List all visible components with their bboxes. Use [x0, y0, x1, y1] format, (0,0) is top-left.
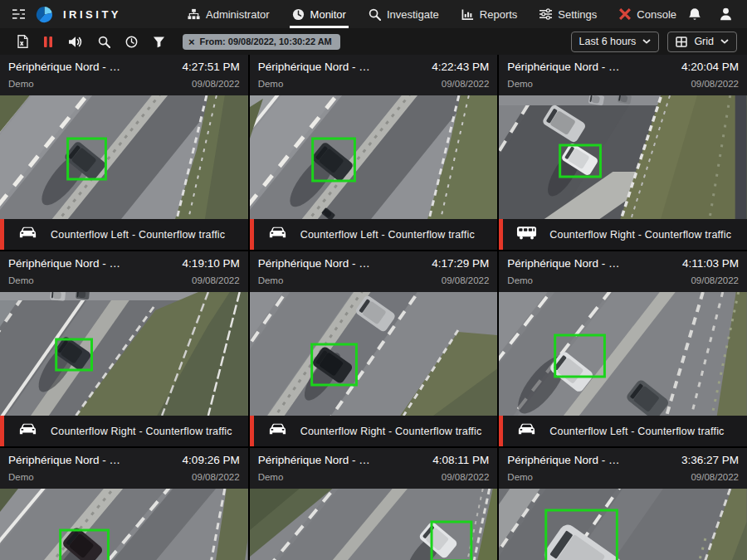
nav-item-settings[interactable]: Settings — [540, 0, 597, 28]
tile-header: Périphérique Nord - …4:09:26 PMDemo09/08… — [0, 448, 248, 489]
event-thumbnail[interactable] — [499, 292, 747, 416]
event-time: 4:09:26 PM — [183, 454, 240, 466]
tile-header: Périphérique Nord - …4:11:03 PMDemo09/08… — [499, 251, 747, 292]
nav-item-label: Console — [637, 8, 676, 21]
camera-title: Périphérique Nord - … — [258, 454, 370, 466]
filter-button[interactable] — [145, 36, 173, 48]
nav-item-label: Investigate — [387, 8, 439, 21]
console-x-icon — [619, 8, 631, 20]
clock-filled-icon — [292, 8, 305, 21]
event-label: Counterflow Right - Counterflow traffic — [549, 229, 731, 241]
event-date: 09/08/2022 — [691, 275, 739, 285]
event-thumbnail[interactable] — [499, 489, 747, 560]
event-thumbnail[interactable] — [0, 95, 248, 219]
event-tile[interactable]: Périphérique Nord - …3:36:27 PMDemo09/08… — [499, 448, 747, 560]
event-tile[interactable]: Périphérique Nord - …4:11:03 PMDemo09/08… — [499, 251, 747, 446]
time-range-select[interactable]: Last 6 hours — [571, 32, 660, 52]
nav-item-console[interactable]: Console — [619, 0, 676, 28]
event-tile[interactable]: Périphérique Nord - …4:08:11 PMDemo09/08… — [250, 448, 498, 560]
nav-item-monitor[interactable]: Monitor — [292, 0, 346, 28]
camera-group: Demo — [507, 472, 533, 482]
event-footer: Counterflow Right - Counterflow traffic — [250, 416, 498, 446]
event-footer: Counterflow Left - Counterflow traffic — [250, 219, 498, 250]
user-icon[interactable] — [720, 7, 732, 21]
bus-icon — [516, 226, 537, 240]
camera-title: Périphérique Nord - … — [8, 61, 120, 73]
search-icon — [98, 36, 110, 48]
event-footer: Counterflow Right - Counterflow traffic — [0, 416, 248, 446]
event-label: Counterflow Left - Counterflow traffic — [300, 229, 475, 241]
event-label: Counterflow Right - Counterflow traffic — [300, 426, 482, 437]
clock-icon — [125, 36, 138, 48]
sitemap-icon — [188, 8, 200, 20]
event-thumbnail[interactable] — [0, 292, 248, 416]
brand: IRISITY — [12, 6, 188, 23]
pause-button[interactable] — [36, 36, 61, 48]
tile-header: Périphérique Nord - …4:19:10 PMDemo09/08… — [0, 251, 248, 292]
event-tile[interactable]: Périphérique Nord - …4:09:26 PMDemo09/08… — [0, 448, 248, 560]
chevron-down-icon — [642, 39, 651, 44]
nav-item-label: Monitor — [310, 8, 346, 21]
event-date: 09/08/2022 — [192, 79, 240, 89]
event-footer: Counterflow Left - Counterflow traffic — [0, 219, 248, 250]
camera-title: Périphérique Nord - … — [507, 257, 619, 270]
grid-icon — [676, 37, 687, 47]
camera-title: Périphérique Nord - … — [507, 454, 619, 466]
event-tile[interactable]: Périphérique Nord - …4:19:10 PMDemo09/08… — [0, 251, 248, 446]
event-thumbnail[interactable] — [0, 489, 248, 560]
camera-group: Demo — [507, 275, 533, 285]
nav-item-reports[interactable]: Reports — [461, 0, 518, 28]
event-date: 09/08/2022 — [691, 79, 739, 89]
camera-title: Périphérique Nord - … — [258, 257, 370, 270]
event-time: 4:20:04 PM — [681, 61, 739, 73]
camera-title: Périphérique Nord - … — [258, 61, 370, 73]
event-date: 09/08/2022 — [442, 472, 490, 482]
event-footer: Counterflow Right - Counterflow traffic — [499, 219, 747, 250]
list-tree-icon[interactable] — [12, 8, 26, 20]
event-time: 4:27:51 PM — [183, 61, 240, 73]
camera-title: Périphérique Nord - … — [507, 61, 619, 73]
search-button[interactable] — [90, 36, 118, 48]
search-icon — [369, 8, 381, 21]
event-date: 09/08/2022 — [192, 275, 240, 285]
clock-button[interactable] — [118, 36, 145, 48]
event-thumbnail[interactable] — [250, 292, 498, 416]
layout-select[interactable]: Grid — [667, 32, 737, 52]
event-thumbnail[interactable] — [250, 95, 498, 219]
filter-icon — [153, 36, 165, 48]
chevron-down-icon — [720, 39, 729, 44]
nav-item-label: Reports — [480, 8, 518, 21]
event-tile[interactable]: Périphérique Nord - …4:20:04 PMDemo09/08… — [499, 55, 747, 250]
event-time: 4:17:29 PM — [432, 257, 489, 270]
nav-item-investigate[interactable]: Investigate — [369, 0, 439, 28]
event-tile[interactable]: Périphérique Nord - …4:27:51 PMDemo09/08… — [0, 55, 248, 250]
event-tile[interactable]: Périphérique Nord - …4:17:29 PMDemo09/08… — [250, 251, 498, 446]
topbar-actions — [688, 7, 735, 22]
event-thumbnail[interactable] — [499, 95, 747, 219]
tile-header: Périphérique Nord - …4:17:29 PMDemo09/08… — [250, 251, 498, 292]
tile-header: Périphérique Nord - …4:27:51 PMDemo09/08… — [0, 55, 248, 95]
brand-name: IRISITY — [63, 8, 121, 21]
event-time: 4:22:43 PM — [432, 61, 489, 73]
tile-header: Périphérique Nord - …4:22:43 PMDemo09/08… — [250, 55, 498, 95]
car-icon — [17, 226, 38, 241]
nav-item-administrator[interactable]: Administrator — [188, 0, 270, 28]
event-time: 4:08:11 PM — [432, 454, 489, 466]
bell-icon[interactable] — [688, 7, 701, 22]
speaker-button[interactable] — [61, 36, 90, 48]
event-date: 09/08/2022 — [192, 472, 240, 482]
event-time: 4:11:03 PM — [682, 257, 739, 270]
event-tile[interactable]: Périphérique Nord - …4:22:43 PMDemo09/08… — [250, 55, 498, 250]
chip-close-icon[interactable]: × — [188, 37, 195, 47]
event-thumbnail[interactable] — [250, 489, 498, 560]
camera-group: Demo — [258, 275, 284, 285]
camera-group: Demo — [8, 79, 34, 89]
camera-title: Périphérique Nord - … — [8, 257, 120, 270]
file-export-button[interactable] — [10, 35, 36, 48]
car-icon — [516, 422, 537, 437]
top-bar: IRISITY AdministratorMonitorInvestigateR… — [0, 0, 747, 28]
tile-header: Périphérique Nord - …4:08:11 PMDemo09/08… — [250, 448, 498, 489]
camera-title: Périphérique Nord - … — [8, 454, 120, 466]
camera-group: Demo — [258, 79, 284, 89]
nav-item-label: Settings — [558, 8, 597, 21]
